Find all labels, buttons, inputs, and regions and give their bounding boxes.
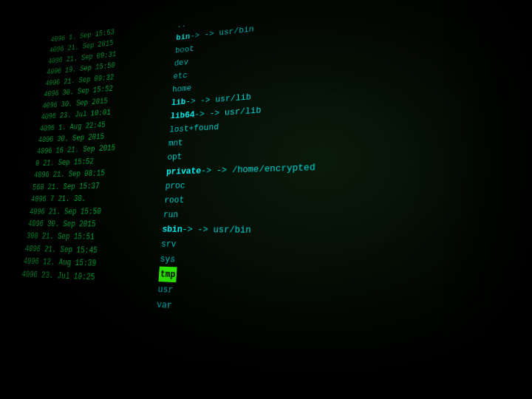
- symlink-name: lib: [171, 95, 186, 110]
- file-meta-line: 300 21. Sep 15:51: [26, 231, 108, 245]
- plain-filename: etc: [173, 69, 188, 83]
- plain-filename: proc: [165, 178, 185, 193]
- plain-filename: opt: [167, 150, 183, 165]
- terminal-content: 4096 1. Sep 15:534096 21. Sep 20154096 2…: [7, 0, 532, 399]
- symlink-name: private: [166, 163, 202, 179]
- file-meta-line: 4096 7 21. 30.: [30, 193, 112, 206]
- terminal-background: 4096 1. Sep 15:534096 21. Sep 20154096 2…: [0, 0, 532, 399]
- symlink-name: sbin: [162, 222, 183, 236]
- plain-filename: boot: [174, 42, 194, 57]
- plain-filename: ..: [177, 18, 187, 32]
- filename-column: ..bin -> -> usr/binbootdevetchomelib -> …: [156, 1, 318, 322]
- plain-filename: root: [164, 193, 185, 208]
- file-meta-line: 4096 23. Jul 10:25: [21, 268, 103, 284]
- plain-filename: lost+found: [169, 120, 219, 137]
- file-metadata-column: 4096 1. Sep 15:534096 21. Sep 20154096 2…: [21, 26, 126, 285]
- file-meta-line: 4096 21. Sep 08:15: [33, 168, 114, 183]
- filename-line: root: [164, 191, 316, 208]
- file-meta-line: 4096 21. Sep 15:50: [29, 205, 110, 218]
- plain-filename: var: [156, 297, 172, 313]
- plain-filename: dev: [174, 55, 188, 69]
- plain-filename: run: [163, 207, 179, 222]
- plain-filename: mnt: [168, 136, 183, 151]
- symlink-name: lib64: [170, 108, 195, 123]
- plain-filename: srv: [160, 236, 177, 252]
- plain-filename: usr: [157, 282, 174, 298]
- symlink-arrow: -> -> usr/bin: [182, 222, 251, 237]
- file-meta-line: 4096 30. Sep 2015: [27, 219, 109, 232]
- file-meta-line: 560 21. Sep 15:37: [32, 180, 112, 194]
- plain-filename: home: [172, 81, 192, 96]
- filename-line: sbin -> -> usr/bin: [162, 222, 315, 238]
- plain-filename: sys: [160, 251, 176, 267]
- symlink-arrow: -> -> /home/encrypted: [201, 160, 316, 178]
- filename-line: run: [163, 206, 315, 222]
- highlighted-filename: tmp: [158, 266, 177, 282]
